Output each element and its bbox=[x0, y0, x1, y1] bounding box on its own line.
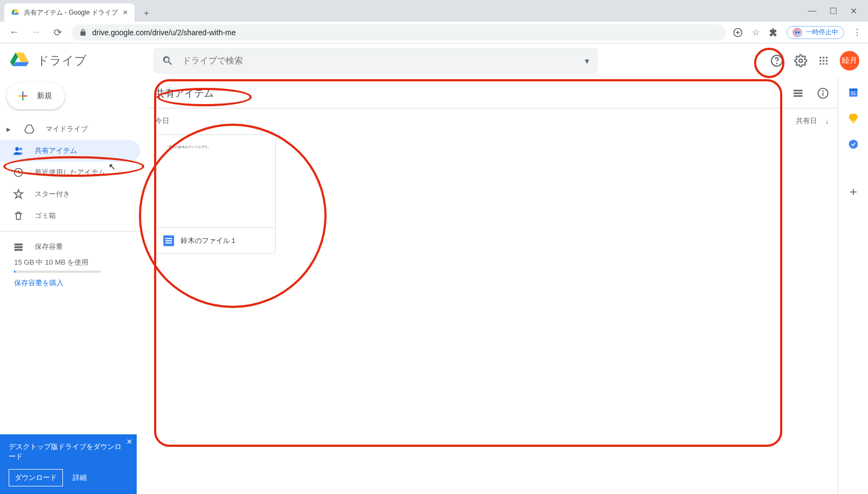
sidebar-item-trash[interactable]: ゴミ箱 bbox=[0, 205, 140, 227]
keep-icon[interactable] bbox=[848, 113, 859, 124]
plus-icon bbox=[15, 88, 30, 104]
storage-bar bbox=[14, 271, 101, 273]
desktop-promo: ✕ デスクトップ版ドライブをダウンロード ダウンロード 詳細 bbox=[0, 434, 137, 494]
promo-detail-link[interactable]: 詳細 bbox=[73, 473, 87, 483]
sidebar: 新規 ▶ マイドライブ 共有アイテム 最近使用したアイテム スター付き bbox=[0, 78, 146, 494]
profile-avatar-icon: ●● bbox=[793, 28, 802, 37]
file-thumbnail: 「様本の鈴木のファイルです。 bbox=[156, 135, 275, 227]
back-button[interactable]: ← bbox=[7, 25, 22, 40]
sidebar-item-label: マイドライブ bbox=[46, 124, 88, 134]
main-toolbar: 共有アイテム bbox=[146, 78, 838, 108]
settings-icon[interactable] bbox=[794, 54, 807, 67]
sidebar-item-mydrive[interactable]: ▶ マイドライブ bbox=[0, 118, 140, 140]
storage-usage-text: 15 GB 中 10 MB を使用 bbox=[14, 258, 146, 267]
svg-point-7 bbox=[822, 57, 824, 59]
sidebar-item-shared[interactable]: 共有アイテム bbox=[0, 140, 140, 162]
promo-text: デスクトップ版ドライブをダウンロード bbox=[9, 442, 128, 461]
account-avatar[interactable]: 睦月 bbox=[840, 51, 859, 70]
svg-text:31: 31 bbox=[851, 91, 856, 96]
drive-logo-block[interactable]: ドライブ bbox=[9, 50, 144, 72]
drive-icon bbox=[24, 124, 35, 134]
promo-close-icon[interactable]: ✕ bbox=[126, 438, 132, 446]
search-input[interactable] bbox=[182, 56, 576, 66]
chrome-menu-icon[interactable]: ⋮ bbox=[853, 27, 861, 37]
people-icon bbox=[13, 145, 24, 156]
buy-storage-link[interactable]: 保存容量を購入 bbox=[14, 278, 146, 288]
drive-logo-icon bbox=[9, 50, 30, 72]
minimize-icon[interactable]: — bbox=[808, 6, 816, 16]
window-controls: — ☐ ✕ bbox=[808, 6, 868, 22]
search-options-icon[interactable]: ▾ bbox=[585, 56, 589, 66]
svg-rect-20 bbox=[15, 249, 23, 251]
add-page-icon[interactable] bbox=[732, 27, 743, 38]
sidebar-item-label: ゴミ箱 bbox=[35, 211, 56, 221]
svg-point-16 bbox=[20, 147, 22, 150]
profile-paused-pill[interactable]: ●● 一時停止中 bbox=[787, 26, 844, 39]
sidebar-item-recent[interactable]: 最近使用したアイテム bbox=[0, 162, 140, 183]
file-grid: 「様本の鈴木のファイルです。 鈴木のファイル１ bbox=[146, 130, 838, 258]
close-window-icon[interactable]: ✕ bbox=[850, 6, 857, 16]
file-card[interactable]: 「様本の鈴木のファイルです。 鈴木のファイル１ bbox=[155, 134, 276, 254]
svg-point-9 bbox=[820, 60, 821, 61]
tasks-icon[interactable] bbox=[848, 139, 859, 150]
svg-point-10 bbox=[822, 60, 824, 61]
tab-title: 共有アイテム - Google ドライブ bbox=[24, 8, 118, 17]
docs-icon bbox=[163, 235, 174, 246]
tab-close-icon[interactable]: ✕ bbox=[123, 9, 128, 16]
svg-rect-18 bbox=[15, 243, 23, 245]
svg-rect-21 bbox=[794, 89, 803, 91]
url-box[interactable]: drive.google.com/drive/u/2/shared-with-m… bbox=[72, 24, 726, 41]
sidebar-item-label: 共有アイテム bbox=[35, 146, 77, 156]
svg-point-8 bbox=[826, 57, 827, 59]
apps-icon[interactable] bbox=[818, 55, 829, 66]
browser-tab-bar: 共有アイテム - Google ドライブ ✕ ＋ — ☐ ✕ bbox=[0, 0, 868, 22]
forward-button[interactable]: → bbox=[28, 25, 43, 40]
drive-header: ドライブ ▾ 睦月 bbox=[0, 43, 868, 78]
extensions-icon[interactable] bbox=[768, 28, 778, 37]
new-button[interactable]: 新規 bbox=[7, 82, 65, 110]
expand-icon[interactable]: ▶ bbox=[4, 126, 13, 132]
svg-point-13 bbox=[822, 63, 824, 65]
maximize-icon[interactable]: ☐ bbox=[829, 6, 837, 16]
calendar-icon[interactable]: 31 bbox=[848, 87, 859, 98]
info-icon[interactable] bbox=[817, 87, 829, 99]
list-view-icon[interactable] bbox=[792, 87, 804, 99]
cursor-icon: ↖ bbox=[108, 162, 116, 172]
sidebar-item-storage[interactable]: 保存容量 bbox=[0, 236, 140, 258]
svg-point-26 bbox=[823, 91, 824, 91]
sidebar-item-label: 保存容量 bbox=[35, 242, 63, 252]
clock-icon bbox=[13, 167, 24, 178]
svg-point-11 bbox=[826, 60, 827, 61]
svg-rect-22 bbox=[794, 92, 803, 94]
sort-label[interactable]: 共有日 bbox=[796, 116, 817, 126]
section-label: 今日 bbox=[155, 116, 169, 126]
svg-rect-19 bbox=[15, 246, 23, 248]
bookmark-icon[interactable]: ☆ bbox=[752, 27, 760, 37]
sidebar-item-starred[interactable]: スター付き bbox=[0, 183, 140, 205]
address-bar: ← → ⟳ drive.google.com/drive/u/2/shared-… bbox=[0, 22, 868, 43]
search-icon bbox=[162, 55, 174, 67]
section-header: 今日 共有日 ↓ bbox=[146, 108, 838, 130]
svg-point-4 bbox=[777, 63, 777, 64]
search-box[interactable]: ▾ bbox=[153, 48, 598, 74]
svg-rect-30 bbox=[852, 121, 854, 123]
drive-product-name: ドライブ bbox=[37, 53, 87, 69]
svg-rect-23 bbox=[794, 95, 803, 97]
new-tab-button[interactable]: ＋ bbox=[139, 5, 154, 21]
url-text: drive.google.com/drive/u/2/shared-with-m… bbox=[92, 28, 236, 37]
sort-arrow-icon[interactable]: ↓ bbox=[826, 117, 829, 125]
side-panel: 31 bbox=[838, 78, 868, 494]
reload-button[interactable]: ⟳ bbox=[50, 25, 65, 40]
svg-point-6 bbox=[820, 57, 821, 59]
main-content: 共有アイテム 今日 共有日 ↓ 「様本の鈴木のファイルです。 鈴木のファイル１ bbox=[146, 78, 838, 494]
help-icon[interactable] bbox=[770, 54, 783, 67]
svg-point-5 bbox=[799, 59, 802, 62]
sidebar-item-label: スター付き bbox=[35, 189, 70, 199]
drive-favicon bbox=[11, 8, 20, 17]
trash-icon bbox=[13, 210, 24, 221]
page-title: 共有アイテム bbox=[155, 87, 214, 100]
promo-download-button[interactable]: ダウンロード bbox=[9, 469, 63, 486]
sidebar-item-label: 最近使用したアイテム bbox=[35, 168, 105, 177]
browser-tab[interactable]: 共有アイテム - Google ドライブ ✕ bbox=[4, 3, 135, 22]
add-panel-icon[interactable] bbox=[848, 187, 859, 197]
